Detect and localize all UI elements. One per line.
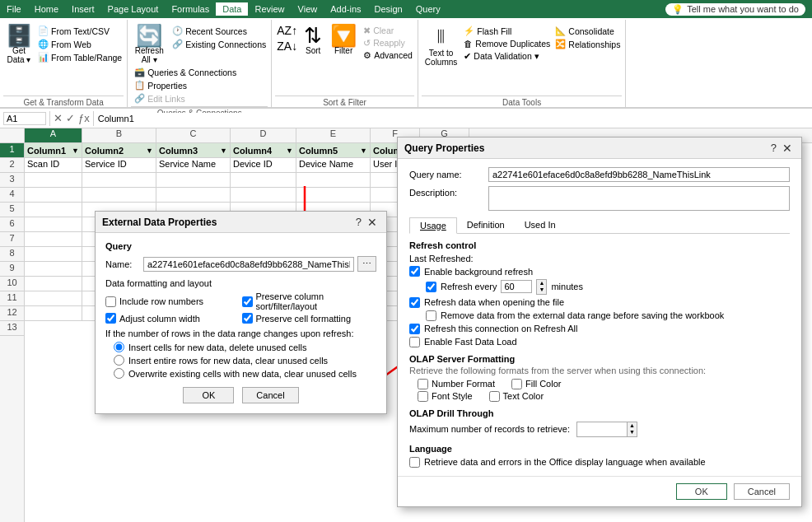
from-web-button[interactable]: 🌐 From Web bbox=[36, 38, 124, 50]
menu-file[interactable]: File bbox=[0, 2, 28, 16]
sort-button[interactable]: ⇅ Sort bbox=[301, 23, 325, 57]
menu-insert[interactable]: Insert bbox=[65, 2, 101, 16]
adjust-col-checkbox[interactable] bbox=[105, 313, 116, 324]
olap-section: OLAP Server Formatting Retrieve the foll… bbox=[409, 354, 790, 402]
language-checkbox[interactable] bbox=[409, 457, 420, 468]
ext-dialog-close-icon[interactable]: ✕ bbox=[365, 215, 380, 230]
browse-button[interactable]: ⋯ bbox=[357, 256, 376, 272]
menu-add-ins[interactable]: Add-ins bbox=[324, 2, 367, 16]
col-header-a: A bbox=[25, 128, 82, 142]
queries-connections-button[interactable]: 🗃️ Queries & Connections bbox=[133, 66, 266, 78]
menu-data[interactable]: Data bbox=[216, 2, 248, 16]
flash-fill-button[interactable]: ⚡ Flash Fill bbox=[462, 25, 552, 37]
refresh-all-button[interactable]: 🔄 RefreshAll ▾ bbox=[131, 23, 167, 66]
from-table-button[interactable]: 📊 From Table/Range bbox=[36, 51, 124, 63]
radio-overwrite[interactable] bbox=[114, 368, 124, 379]
fill-color-checkbox[interactable] bbox=[511, 379, 522, 389]
sort-filter-label: Sort & Filter bbox=[275, 96, 414, 107]
advanced-button[interactable]: ⚙ Advanced bbox=[362, 49, 414, 61]
preserve-cell-checkbox[interactable] bbox=[242, 313, 253, 324]
font-style-checkbox[interactable] bbox=[418, 391, 428, 402]
refresh-every-value[interactable] bbox=[501, 280, 532, 293]
query-properties-dialog[interactable]: Query Properties ? ✕ Query name: Descrip… bbox=[397, 137, 802, 507]
sort-za-button[interactable]: ZA↓ bbox=[275, 39, 299, 54]
data-validation-button[interactable]: ✔ Data Validation ▾ bbox=[462, 50, 552, 62]
cell-d1[interactable]: Column4 ▼ bbox=[231, 143, 296, 158]
menu-design[interactable]: Design bbox=[368, 2, 409, 16]
refresh-control-section: Refresh control Last Refreshed: Enable b… bbox=[409, 240, 790, 347]
cell-e1[interactable]: Column5 ▼ bbox=[296, 143, 371, 158]
ext-ok-button[interactable]: OK bbox=[183, 387, 234, 403]
qp-cancel-button[interactable]: Cancel bbox=[734, 483, 790, 500]
formula-input[interactable] bbox=[97, 113, 809, 124]
remove-data-checkbox[interactable] bbox=[426, 310, 436, 321]
ribbon-group-sort-filter: AZ↑ ZA↓ ⇅ Sort 🔽 Filter ✖ Clear bbox=[272, 20, 418, 107]
menu-review[interactable]: Review bbox=[248, 2, 291, 16]
get-data-button[interactable]: 🗄️ GetData ▾ bbox=[3, 23, 35, 66]
text-to-columns-button[interactable]: ⫴ Text toColumns bbox=[422, 23, 460, 68]
cell-b1[interactable]: Column2 ▼ bbox=[82, 143, 156, 158]
menu-formulas[interactable]: Formulas bbox=[165, 2, 216, 16]
max-records-input[interactable] bbox=[577, 423, 627, 435]
filter-button[interactable]: 🔽 Filter bbox=[327, 23, 360, 57]
description-input[interactable] bbox=[488, 186, 790, 211]
max-spin-up-icon[interactable]: ▲ bbox=[628, 422, 637, 429]
insert-function-icon[interactable]: ƒx bbox=[78, 112, 90, 124]
get-transform-label: Get & Transform Data bbox=[3, 96, 124, 107]
edit-links-button[interactable]: 🔗 Edit Links bbox=[133, 92, 266, 105]
query-name-field[interactable] bbox=[143, 257, 354, 272]
ext-cancel-button[interactable]: Cancel bbox=[242, 387, 298, 403]
clear-button[interactable]: ✖ Clear bbox=[362, 25, 414, 36]
recent-sources-button[interactable]: 🕐 Recent Sources bbox=[170, 25, 268, 37]
radio-insert-rows[interactable] bbox=[114, 355, 124, 366]
qp-ok-button[interactable]: OK bbox=[676, 483, 727, 500]
relationships-button[interactable]: 🔀 Relationships bbox=[553, 38, 622, 50]
text-color-checkbox[interactable] bbox=[489, 391, 500, 402]
refresh-on-open-checkbox[interactable] bbox=[409, 297, 420, 308]
menu-query[interactable]: Query bbox=[409, 2, 447, 16]
qp-help-icon[interactable]: ? bbox=[771, 142, 777, 154]
spin-down-icon[interactable]: ▼ bbox=[537, 287, 546, 293]
existing-connections-button[interactable]: 🔗 Existing Connections bbox=[170, 38, 268, 50]
cancel-formula-icon[interactable]: ✕ bbox=[54, 112, 63, 124]
menu-page-layout[interactable]: Page Layout bbox=[101, 2, 166, 16]
cell-d2[interactable]: Device ID bbox=[231, 158, 296, 173]
refresh-every-checkbox[interactable] bbox=[426, 282, 436, 292]
from-text-csv-button[interactable]: 📄 From Text/CSV bbox=[36, 25, 124, 37]
ribbon-group-get-transform: 🗄️ GetData ▾ 📄 From Text/CSV 🌐 From Web … bbox=[0, 20, 128, 107]
cell-reference-box[interactable] bbox=[3, 112, 46, 125]
external-data-properties-dialog[interactable]: External Data Properties ? ✕ Query Name:… bbox=[95, 211, 387, 414]
preserve-sort-label: Preserve column sort/filter/layout bbox=[256, 291, 377, 311]
reapply-button[interactable]: ↺ Reapply bbox=[362, 37, 414, 49]
include-row-numbers-checkbox[interactable] bbox=[105, 296, 116, 307]
spin-up-icon[interactable]: ▲ bbox=[537, 280, 546, 287]
tab-used-in[interactable]: Used In bbox=[515, 217, 566, 233]
cell-a1[interactable]: Column1 ▼ bbox=[25, 143, 82, 158]
cell-b2[interactable]: Service ID bbox=[82, 158, 156, 173]
number-format-checkbox[interactable] bbox=[418, 379, 428, 389]
cell-a2[interactable]: Scan ID bbox=[25, 158, 82, 173]
max-spin-down-icon[interactable]: ▼ bbox=[628, 429, 637, 436]
consolidate-button[interactable]: 📐 Consolidate bbox=[553, 25, 622, 37]
tell-me-input[interactable]: 💡 Tell me what you want to do bbox=[665, 3, 805, 16]
query-name-input[interactable] bbox=[488, 167, 790, 182]
cell-c1[interactable]: Column3 ▼ bbox=[156, 143, 231, 158]
tab-usage[interactable]: Usage bbox=[409, 217, 457, 234]
properties-button[interactable]: 📋 Properties bbox=[133, 79, 266, 91]
cell-c2[interactable]: Service Name bbox=[156, 158, 231, 173]
radio-insert-cells[interactable] bbox=[114, 342, 124, 352]
menu-view[interactable]: View bbox=[292, 2, 324, 16]
preserve-sort-checkbox[interactable] bbox=[242, 296, 253, 307]
menu-home[interactable]: Home bbox=[28, 2, 65, 16]
qp-close-icon[interactable]: ✕ bbox=[780, 141, 795, 156]
enable-bg-refresh-checkbox[interactable] bbox=[409, 266, 420, 277]
confirm-formula-icon[interactable]: ✓ bbox=[66, 112, 75, 124]
fast-load-checkbox[interactable] bbox=[409, 337, 420, 347]
cell-e2[interactable]: Device Name bbox=[296, 158, 371, 173]
tab-definition[interactable]: Definition bbox=[457, 217, 515, 233]
sort-az-button[interactable]: AZ↑ bbox=[275, 23, 299, 38]
ext-dialog-help-icon[interactable]: ? bbox=[356, 216, 362, 228]
qp-tabs: Usage Definition Used In bbox=[409, 217, 790, 234]
remove-duplicates-button[interactable]: 🗑 Remove Duplicates bbox=[462, 38, 552, 49]
refresh-all-checkbox[interactable] bbox=[409, 324, 420, 334]
